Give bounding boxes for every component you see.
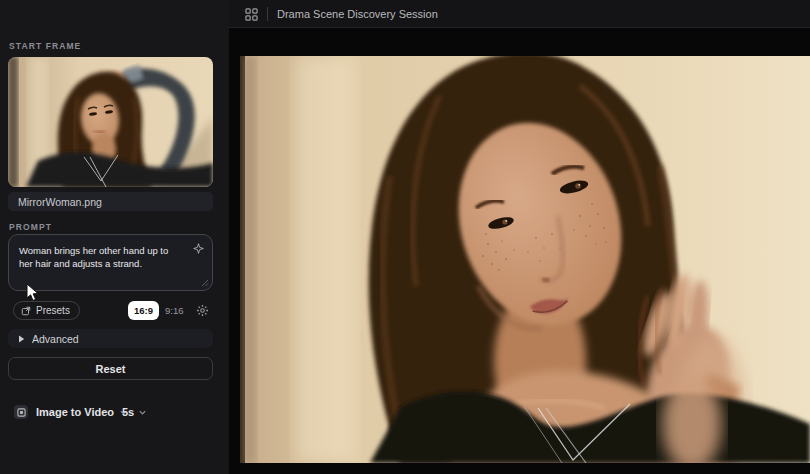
aspect-alt-label: 9:16 (165, 305, 184, 316)
start-frame-label: START FRAME (9, 41, 81, 51)
aspect-selected-label: 16:9 (134, 305, 153, 316)
model-badge (14, 405, 28, 419)
prompt-toolbar: Presets 16:9 9:16 (0, 301, 229, 321)
mode-selector[interactable]: Image to Video (36, 402, 128, 422)
prompt-label: PROMPT (9, 222, 52, 232)
open-external-icon (21, 306, 31, 316)
preview-image (240, 56, 810, 463)
reset-label: Reset (96, 363, 126, 375)
left-panel: START FRAME (0, 0, 229, 474)
topbar-divider (267, 7, 268, 21)
resize-handle-icon[interactable] (201, 279, 209, 287)
filename-text: MirrorWoman.png (18, 196, 102, 208)
workspace: Drama Scene Discovery Session (229, 0, 810, 474)
video-preview[interactable] (240, 56, 810, 463)
advanced-label: Advanced (32, 333, 79, 345)
reset-button[interactable]: Reset (8, 357, 213, 380)
session-title: Drama Scene Discovery Session (277, 0, 438, 28)
top-bar: Drama Scene Discovery Session (229, 0, 810, 28)
presets-label: Presets (36, 305, 70, 316)
aspect-ratio-9-16[interactable]: 9:16 (165, 301, 184, 320)
gear-icon[interactable] (196, 304, 209, 317)
duration-selector[interactable]: 5s (122, 402, 147, 422)
aspect-ratio-16-9[interactable]: 16:9 (128, 301, 159, 320)
presets-button[interactable]: Presets (13, 301, 80, 320)
chevron-down-icon (138, 408, 147, 417)
mode-label: Image to Video (36, 406, 114, 418)
sparkle-icon[interactable] (193, 243, 204, 254)
generation-settings-row: Image to Video 5s (0, 402, 229, 422)
prompt-input[interactable]: Woman brings her other hand up to her ha… (9, 235, 212, 290)
thumbnail-image (8, 57, 213, 187)
image-frame-icon (17, 408, 26, 417)
mouse-cursor (26, 283, 40, 303)
start-frame-thumbnail[interactable] (8, 57, 213, 187)
advanced-toggle[interactable]: Advanced (8, 329, 213, 348)
start-frame-filename[interactable]: MirrorWoman.png (8, 192, 213, 211)
triangle-right-icon (18, 335, 25, 343)
dashboard-grid-icon[interactable] (245, 8, 258, 21)
duration-label: 5s (122, 406, 134, 418)
